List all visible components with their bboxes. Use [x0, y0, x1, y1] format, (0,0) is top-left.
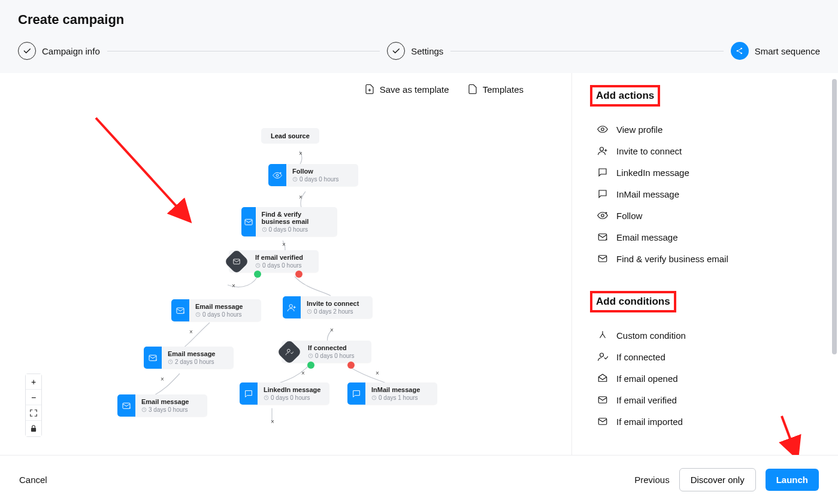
node-lead-source[interactable]: Lead source	[261, 128, 319, 144]
label: Custom condition	[616, 330, 686, 341]
label: Find & verify business email	[616, 254, 728, 264]
node-if-email-verified[interactable]: If email verified 0 days 0 hours	[229, 250, 319, 272]
action-find-verify-email[interactable]: Find & verify business email	[597, 248, 820, 269]
action-linkedin-message[interactable]: LinkedIn message	[597, 162, 820, 183]
condition-custom[interactable]: Custom condition	[597, 324, 820, 346]
step-line	[450, 51, 723, 51]
node-time: 0 days 2 hours	[307, 308, 359, 315]
node-title: Lead source	[271, 132, 310, 139]
node-title: InMail message	[371, 386, 420, 393]
node-title: Email message	[168, 350, 216, 357]
page-title: Create campaign	[18, 12, 820, 28]
label: Invite to connect	[616, 146, 682, 156]
eye-plus-icon	[268, 164, 286, 186]
label: If email imported	[616, 417, 683, 427]
node-email-message-1[interactable]: Email message 0 days 0 hours	[171, 299, 261, 321]
mail-out-icon	[171, 299, 189, 321]
condition-if-email-opened[interactable]: If email opened	[597, 368, 820, 389]
templates-button[interactable]: Templates	[467, 84, 524, 95]
delete-edge-icon[interactable]: ×	[374, 371, 380, 377]
node-title: Follow	[292, 168, 339, 175]
eye-plus-icon	[597, 210, 608, 221]
node-title: Invite to connect	[307, 300, 359, 307]
delete-edge-icon[interactable]: ×	[281, 242, 287, 248]
mail-icon	[597, 416, 608, 427]
step-label: Smart sequence	[755, 46, 820, 56]
mail-icon	[241, 207, 256, 236]
annotation-highlight: Add actions	[590, 85, 660, 107]
annotation-arrow	[93, 115, 213, 235]
delete-edge-icon[interactable]: ×	[270, 419, 276, 425]
node-inmail-message[interactable]: InMail message 0 days 1 hours	[347, 382, 437, 405]
condition-if-connected[interactable]: If connected	[597, 346, 820, 368]
mail-icon	[597, 394, 608, 405]
zoom-out-button[interactable]: −	[26, 390, 41, 405]
label: InMail message	[616, 189, 679, 199]
node-find-verify-email[interactable]: Find & verify business email 0 days 0 ho…	[241, 207, 337, 236]
save-template-label: Save as template	[380, 84, 449, 95]
mail-icon	[224, 248, 249, 274]
condition-if-email-verified[interactable]: If email verified	[597, 389, 820, 411]
label: Follow	[616, 211, 642, 221]
zoom-controls: + −	[25, 374, 42, 437]
step-label: Campaign info	[42, 46, 100, 56]
lock-button[interactable]	[26, 421, 41, 436]
delete-edge-icon[interactable]: ×	[300, 371, 306, 377]
previous-button[interactable]: Previous	[634, 475, 669, 485]
action-email-message[interactable]: Email message	[597, 226, 820, 248]
mail-out-icon	[597, 232, 608, 242]
node-time: 0 days 0 hours	[262, 226, 331, 233]
chat-icon	[597, 189, 608, 199]
mail-out-icon	[144, 347, 162, 369]
launch-button[interactable]: Launch	[766, 469, 819, 491]
person-check-icon	[597, 351, 608, 362]
sidebar: Add actions View profile Invite to conne…	[571, 73, 838, 455]
condition-if-email-imported[interactable]: If email imported	[597, 411, 820, 432]
action-follow[interactable]: Follow	[597, 205, 820, 226]
delete-edge-icon[interactable]: ×	[298, 151, 304, 157]
node-time: 3 days 0 hours	[141, 406, 189, 413]
fit-screen-button[interactable]	[26, 405, 41, 421]
node-linkedin-message[interactable]: LinkedIn message 0 days 0 hours	[240, 382, 329, 405]
node-email-message-3[interactable]: Email message 3 days 0 hours	[117, 394, 207, 417]
check-icon	[18, 42, 36, 60]
cancel-button[interactable]: Cancel	[19, 475, 47, 485]
discover-only-button[interactable]: Discover only	[679, 468, 756, 491]
label: If email opened	[616, 374, 678, 384]
save-as-template-button[interactable]: Save as template	[364, 84, 449, 95]
step-label: Settings	[411, 46, 443, 56]
scrollbar[interactable]	[832, 79, 837, 354]
file-icon	[467, 84, 478, 95]
delete-edge-icon[interactable]: ×	[329, 327, 335, 333]
person-add-icon	[283, 296, 301, 318]
check-icon	[387, 42, 405, 60]
step-settings[interactable]: Settings	[387, 42, 443, 60]
person-check-icon	[277, 339, 302, 364]
action-view-profile[interactable]: View profile	[597, 119, 820, 140]
node-follow[interactable]: Follow 0 days 0 hours	[268, 164, 358, 186]
envelope-open-icon	[597, 373, 608, 384]
node-title: Email message	[141, 398, 189, 405]
delete-edge-icon[interactable]: ×	[231, 283, 237, 289]
add-actions-title: Add actions	[596, 90, 654, 102]
delete-edge-icon[interactable]: ×	[188, 329, 194, 335]
delete-edge-icon[interactable]: ×	[159, 377, 165, 382]
label: If email verified	[616, 395, 677, 405]
delete-edge-icon[interactable]: ×	[298, 195, 304, 201]
node-title: Find & verify business email	[262, 211, 331, 225]
add-conditions-title: Add conditions	[596, 296, 670, 308]
action-inmail-message[interactable]: InMail message	[597, 183, 820, 205]
templates-label: Templates	[483, 84, 524, 95]
label: View profile	[616, 125, 662, 135]
step-campaign-info[interactable]: Campaign info	[18, 42, 100, 60]
node-time: 0 days 0 hours	[264, 394, 320, 401]
sequence-canvas[interactable]: Save as template Templates	[0, 73, 571, 455]
annotation-highlight: Add conditions	[590, 291, 676, 312]
node-if-connected[interactable]: If connected 0 days 0 hours	[282, 341, 371, 363]
step-smart-sequence[interactable]: Smart sequence	[731, 42, 820, 60]
action-invite-connect[interactable]: Invite to connect	[597, 140, 820, 162]
file-plus-icon	[364, 84, 375, 95]
zoom-in-button[interactable]: +	[26, 374, 41, 390]
node-email-message-2[interactable]: Email message 2 days 0 hours	[144, 347, 234, 369]
node-invite-connect[interactable]: Invite to connect 0 days 2 hours	[283, 296, 373, 318]
